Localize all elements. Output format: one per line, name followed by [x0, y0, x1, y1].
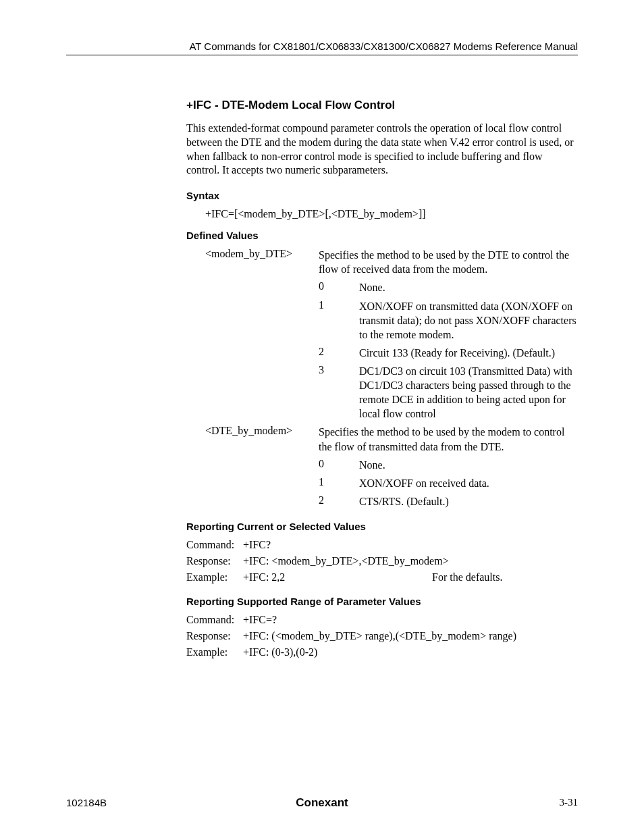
kv-row: Example:+IFC: (0-3),(0-2) [186, 646, 578, 658]
reporting-current-heading: Reporting Current or Selected Values [186, 521, 578, 532]
value-num: 3 [319, 364, 359, 421]
param-row: <DTE_by_modem> Specifies the method to b… [186, 425, 578, 453]
kv-key: Command: [186, 614, 243, 626]
value-num: 1 [319, 476, 359, 490]
kv-key: Command: [186, 539, 243, 551]
value-desc: XON/XOFF on received data. [359, 476, 578, 490]
kv-value: +IFC: <modem_by_DTE>,<DTE_by_modem> [243, 555, 578, 567]
running-header: AT Commands for CX81801/CX06833/CX81300/… [66, 41, 578, 55]
value-row: 0None. [186, 458, 578, 472]
value-row: 0None. [186, 280, 578, 294]
syntax-text: +IFC=[<modem_by_DTE>[,<DTE_by_modem>]] [205, 208, 578, 220]
kv-value: +IFC: (0-3),(0-2) [243, 646, 578, 658]
kv-key: Response: [186, 555, 243, 567]
value-num: 2 [319, 494, 359, 509]
kv-value: +IFC? [243, 539, 578, 551]
kv-key: Response: [186, 630, 243, 642]
kv-value: +IFC: 2,2 [243, 571, 432, 583]
value-row: 3DC1/DC3 on circuit 103 (Transmitted Dat… [186, 364, 578, 421]
param-name: <modem_by_DTE> [205, 248, 319, 276]
value-row: 2CTS/RTS. (Default.) [186, 494, 578, 509]
kv-key: Example: [186, 571, 243, 583]
value-desc: None. [359, 280, 578, 294]
footer-left: 102184B [66, 797, 107, 808]
page-footer: 102184B Conexant 3-31 [66, 797, 578, 808]
syntax-heading: Syntax [186, 190, 578, 201]
kv-row: Example:+IFC: 2,2For the defaults. [186, 571, 578, 583]
kv-note: For the defaults. [432, 571, 578, 583]
defined-values-heading: Defined Values [186, 230, 578, 241]
footer-center: Conexant [296, 796, 348, 810]
param-desc: Specifies the method to be used by the m… [319, 425, 578, 453]
param-desc: Specifies the method to be used by the D… [319, 248, 578, 276]
kv-key: Example: [186, 646, 243, 658]
value-row: 1XON/XOFF on transmitted data (XON/XOFF … [186, 299, 578, 342]
content-area: +IFC - DTE-Modem Local Flow Control This… [186, 99, 578, 658]
intro-paragraph: This extended-format compound parameter … [186, 122, 578, 178]
value-row: 1XON/XOFF on received data. [186, 476, 578, 490]
kv-value: +IFC=? [243, 614, 578, 626]
kv-row: Response:+IFC: <modem_by_DTE>,<DTE_by_mo… [186, 555, 578, 567]
value-desc: Circuit 133 (Ready for Receiving). (Defa… [359, 346, 578, 360]
value-desc: CTS/RTS. (Default.) [359, 494, 578, 509]
value-desc: DC1/DC3 on circuit 103 (Transmitted Data… [359, 364, 578, 421]
kv-value: +IFC: (<modem_by_DTE> range),(<DTE_by_mo… [243, 630, 578, 642]
param-name: <DTE_by_modem> [205, 425, 319, 453]
kv-row: Command:+IFC=? [186, 614, 578, 626]
section-title: +IFC - DTE-Modem Local Flow Control [186, 99, 578, 112]
kv-row: Command:+IFC? [186, 539, 578, 551]
value-desc: None. [359, 458, 578, 472]
value-row: 2Circuit 133 (Ready for Receiving). (Def… [186, 346, 578, 360]
value-num: 0 [319, 458, 359, 472]
value-num: 0 [319, 280, 359, 294]
param-row: <modem_by_DTE> Specifies the method to b… [186, 248, 578, 276]
reporting-range-heading: Reporting Supported Range of Parameter V… [186, 596, 578, 607]
kv-row: Response:+IFC: (<modem_by_DTE> range),(<… [186, 630, 578, 642]
value-num: 1 [319, 299, 359, 342]
value-num: 2 [319, 346, 359, 360]
value-desc: XON/XOFF on transmitted data (XON/XOFF o… [359, 299, 578, 342]
footer-right: 3-31 [560, 797, 579, 808]
